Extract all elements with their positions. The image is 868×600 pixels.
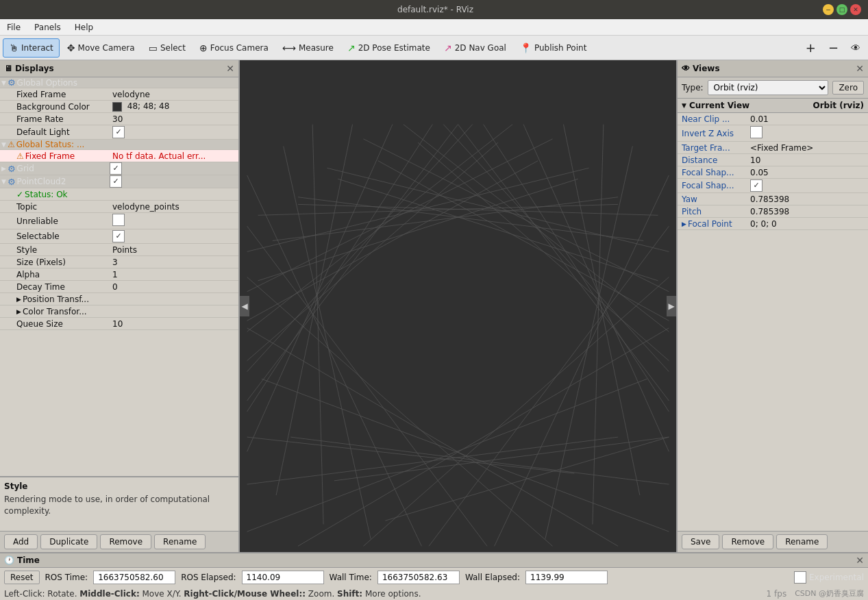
distance-value[interactable]: 10	[750, 155, 864, 165]
grid-checkbox[interactable]	[110, 162, 122, 175]
decay-time-value[interactable]: 0	[112, 282, 236, 292]
views-rename-button[interactable]: Rename	[776, 534, 828, 549]
remove-button-toolbar[interactable]: −	[823, 38, 843, 58]
invert-z-checkbox[interactable]	[750, 126, 864, 140]
experimental-checkbox-row: Experimental	[794, 571, 864, 584]
grid-row[interactable]: ▶ ⚙ Grid	[0, 162, 238, 175]
menu-help[interactable]: Help	[71, 21, 97, 34]
status-ok-row: ✓ Status: Ok	[0, 188, 238, 201]
yaw-value[interactable]: 0.785398	[750, 195, 864, 204]
publish-label: Publish Point	[534, 43, 586, 53]
minimize-button[interactable]: −	[823, 4, 834, 15]
pointcloud2-caret[interactable]: ▼	[1, 178, 6, 185]
invert-z-row: Invert Z Axis	[678, 125, 868, 142]
position-transf-row[interactable]: ▶ Position Transf...	[0, 293, 238, 305]
ros-elapsed-label: ROS Elapsed:	[181, 573, 236, 582]
focal-shape1-value[interactable]: 0.05	[750, 168, 864, 177]
alpha-value[interactable]: 1	[112, 270, 236, 279]
pointcloud2-row[interactable]: ▼ ⚙ PointCloud2	[0, 175, 238, 188]
target-frame-row: Target Fra... <Fixed Frame>	[678, 142, 868, 154]
color-transf-row[interactable]: ▶ Color Transfor...	[0, 305, 238, 318]
views-save-button[interactable]: Save	[682, 534, 719, 549]
experimental-cb[interactable]	[794, 571, 806, 584]
time-panel: 🕐 Time ✕ Reset ROS Time: 1663750582.60 R…	[0, 552, 868, 587]
color-transf-caret[interactable]: ▶	[16, 308, 21, 315]
default-light-row: Default Light	[0, 125, 238, 140]
measure-button[interactable]: ⟷ Measure	[276, 38, 340, 58]
frame-rate-value[interactable]: 30	[112, 114, 236, 124]
alpha-row: Alpha 1	[0, 268, 238, 281]
topic-value[interactable]: velodyne_points	[112, 202, 236, 212]
global-status-row[interactable]: ▼ ⚠ Global Status: ...	[0, 140, 238, 150]
select-button[interactable]: ▭ Select	[142, 38, 192, 58]
time-close-button[interactable]: ✕	[856, 555, 864, 566]
views-remove-button[interactable]: Remove	[722, 534, 773, 549]
maximize-button[interactable]: □	[836, 4, 847, 15]
focal-shape2-cb[interactable]	[750, 179, 762, 192]
interact-button[interactable]: 🖱 Interact	[3, 38, 60, 58]
default-light-cb[interactable]	[112, 126, 125, 138]
menu-panels[interactable]: Panels	[30, 21, 65, 34]
displays-close-button[interactable]: ✕	[226, 63, 234, 74]
style-row[interactable]: Style Points	[0, 244, 238, 256]
focus-camera-button[interactable]: ⊕ Focus Camera	[193, 38, 275, 58]
selectable-checkbox[interactable]	[112, 230, 125, 242]
nav-goal-button[interactable]: ↗ 2D Nav Goal	[438, 38, 512, 58]
rename-display-button[interactable]: Rename	[154, 534, 206, 549]
global-options-caret[interactable]: ▼	[1, 79, 6, 86]
global-status-caret[interactable]: ▼	[1, 141, 6, 148]
pose-estimate-button[interactable]: ↗ 2D Pose Estimate	[341, 38, 436, 58]
time-content: Reset ROS Time: 1663750582.60 ROS Elapse…	[0, 568, 868, 587]
focal-shape2-label: Focal Shap...	[682, 181, 750, 190]
views-zero-button[interactable]: Zero	[832, 81, 864, 95]
grid-gear-icon: ⚙	[8, 164, 16, 174]
ros-time-value: 1663750582.60	[93, 571, 175, 584]
interact-label: Interact	[21, 43, 53, 53]
camera-button-toolbar[interactable]: 👁	[846, 38, 865, 58]
invert-z-cb[interactable]	[750, 126, 762, 138]
grid-caret[interactable]: ▶	[1, 165, 6, 172]
views-panel-icon: 👁	[682, 64, 690, 73]
size-pixels-value[interactable]: 3	[112, 258, 236, 267]
remove-display-button[interactable]: Remove	[100, 534, 151, 549]
displays-tree[interactable]: ▼ ⚙ Global Options Fixed Frame velodyne …	[0, 77, 238, 476]
nav-label: 2D Nav Goal	[455, 43, 506, 53]
background-color-swatch	[112, 102, 122, 112]
style-value[interactable]: Points	[112, 245, 236, 255]
publish-point-button[interactable]: 📍 Publish Point	[514, 38, 593, 58]
pointcloud2-checkbox[interactable]	[110, 175, 122, 188]
focal-point-caret[interactable]: ▶	[682, 221, 686, 227]
queue-size-value[interactable]: 10	[112, 319, 236, 329]
views-header: 👁 Views ✕	[678, 60, 868, 77]
window-controls[interactable]: − □ ✕	[823, 4, 861, 15]
duplicate-button[interactable]: Duplicate	[40, 534, 97, 549]
global-options-row[interactable]: ▼ ⚙ Global Options	[0, 77, 238, 88]
background-color-value[interactable]: 48; 48; 48	[112, 101, 236, 112]
current-view-caret[interactable]: ▼	[682, 102, 686, 109]
menu-file[interactable]: File	[3, 21, 25, 34]
reset-time-button[interactable]: Reset	[4, 571, 40, 584]
focal-point-value[interactable]: 0; 0; 0	[750, 219, 864, 229]
fixed-frame-value[interactable]: velodyne	[112, 90, 236, 99]
pitch-value[interactable]: 0.785398	[750, 207, 864, 216]
toolbar: 🖱 Interact ✥ Move Camera ▭ Select ⊕ Focu…	[0, 36, 868, 60]
collapse-left-button[interactable]: ◀	[240, 296, 249, 316]
views-close-button[interactable]: ✕	[856, 63, 864, 74]
size-pixels-label: Size (Pixels)	[16, 258, 66, 267]
default-light-checkbox[interactable]	[112, 126, 236, 138]
3d-view[interactable]: ◀	[240, 60, 676, 552]
views-type-select[interactable]: Orbit (rviz)	[708, 80, 829, 95]
focal-shape2-checkbox[interactable]	[750, 179, 864, 192]
position-transf-caret[interactable]: ▶	[16, 296, 21, 303]
current-view-label: Current View	[689, 101, 749, 110]
target-frame-value[interactable]: <Fixed Frame>	[750, 143, 864, 153]
add-button-toolbar[interactable]: +	[801, 38, 821, 58]
move-camera-button[interactable]: ✥ Move Camera	[61, 38, 141, 58]
close-button[interactable]: ✕	[850, 4, 861, 15]
displays-panel-icon: 🖥	[4, 64, 12, 73]
unreliable-checkbox[interactable]	[112, 214, 125, 226]
near-clip-value[interactable]: 0.01	[750, 114, 864, 124]
add-display-button[interactable]: Add	[4, 534, 38, 549]
collapse-right-button[interactable]: ▶	[667, 296, 676, 316]
focal-point-row: ▶ Focal Point 0; 0; 0	[678, 218, 868, 230]
